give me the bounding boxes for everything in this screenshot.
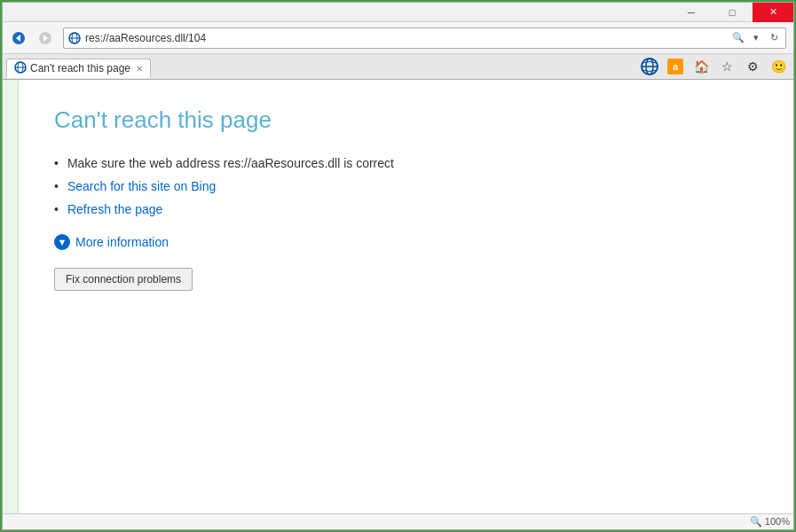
navigation-toolbar: 🔍 ▾ ↻ [3,22,793,54]
error-title: Can't reach this page [54,106,758,134]
ie-logo-icon [641,58,658,75]
ie-logo-button[interactable] [638,56,661,77]
home-button[interactable]: 🏠 [690,56,713,77]
fix-connection-button[interactable]: Fix connection problems [54,268,193,291]
content-wrapper: Can't reach this page Make sure the web … [3,80,793,513]
refresh-button[interactable]: ↻ [766,30,782,46]
web-address-text: Make sure the web address res://aaResour… [67,156,394,170]
dropdown-button[interactable]: ▾ [748,30,764,46]
status-bar: 🔍 100% [3,513,793,529]
tab-ie-icon [14,61,27,76]
zoom-level: 🔍 100% [750,516,790,528]
search-in-address-button[interactable]: 🔍 [730,30,746,46]
title-bar: ─ □ ✕ [3,3,793,22]
search-bing-link[interactable]: Search for this site on Bing [67,179,216,193]
back-icon [12,31,26,45]
list-item-1: Make sure the web address res://aaResour… [54,156,758,170]
more-info-icon: ▼ [54,234,70,250]
smiley-icon: 🙂 [771,59,786,74]
amazon-button[interactable]: a [664,56,687,77]
forward-icon [38,31,52,45]
tab-bar: Can't reach this page ✕ [3,54,634,77]
more-info-section[interactable]: ▼ More information [54,234,758,250]
refresh-link[interactable]: Refresh the page [67,202,162,216]
error-list: Make sure the web address res://aaResour… [54,156,758,216]
left-sidebar [3,80,19,513]
main-content: Can't reach this page Make sure the web … [19,80,793,513]
feedback-button[interactable]: 🙂 [767,56,790,77]
forward-button[interactable] [33,26,58,51]
amazon-icon: a [666,58,684,75]
more-info-link[interactable]: More information [75,235,169,249]
close-tab-button[interactable]: ✕ [136,64,143,74]
title-bar-buttons: ─ □ ✕ [671,3,793,22]
address-bar[interactable]: 🔍 ▾ ↻ [63,27,786,49]
ie-favicon [67,31,82,45]
tab-label: Can't reach this page [30,62,130,74]
maximize-button[interactable]: □ [712,3,753,22]
back-button[interactable] [6,26,31,51]
svg-text:a: a [673,61,679,72]
list-item-2: Search for this site on Bing [54,179,758,193]
close-button[interactable]: ✕ [753,3,793,22]
minimize-button[interactable]: ─ [671,3,712,22]
address-icons: 🔍 ▾ ↻ [730,30,782,46]
active-tab[interactable]: Can't reach this page ✕ [6,59,151,78]
address-input[interactable] [85,32,730,44]
favorites-button[interactable]: ☆ [715,56,738,77]
tools-button[interactable]: ⚙ [741,56,764,77]
list-item-3: Refresh the page [54,202,758,216]
